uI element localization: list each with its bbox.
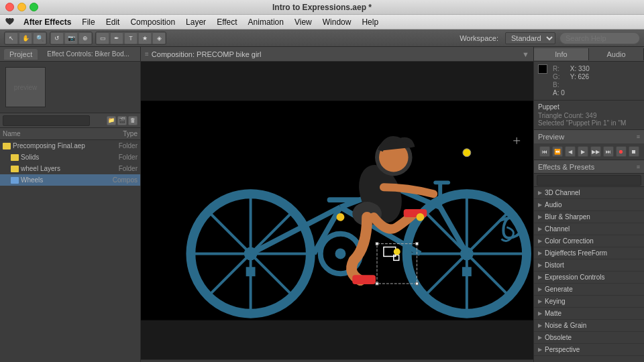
list-item[interactable]: Precomposing Final.aep Folder [0,140,140,152]
effect-category-3d[interactable]: ▶3D Channel [534,187,644,199]
preview-back-button[interactable]: ◀ [565,146,576,157]
new-folder-button[interactable]: 📁 [107,116,116,125]
effects-presets-header: Effects & Presets ≡ [534,160,644,174]
preview-last-button[interactable]: ⏭ [603,146,614,157]
menu-edit[interactable]: Edit [101,16,125,28]
effect-category-matte[interactable]: ▶Matte [534,308,644,320]
effect-category-noise[interactable]: ▶Noise & Grain [534,320,644,332]
tool-mask-rect[interactable]: ▭ [96,32,109,44]
expand-arrow-icon: ▶ [538,286,542,292]
tool-type[interactable]: T [124,32,138,44]
svg-point-37 [394,249,400,255]
item-name: Solids [21,154,104,161]
preview-first-button[interactable]: ⏮ [539,146,550,157]
menu-window[interactable]: Window [318,16,356,28]
tool-zoom[interactable]: 🔍 [33,32,46,44]
project-search-input[interactable] [3,115,90,126]
project-tab[interactable]: Project [4,49,38,60]
folder-icon [3,143,11,149]
tab-info[interactable]: Info [534,48,589,60]
name-column-header: Name [3,130,104,137]
color-swatch [538,64,547,74]
preview-play-button[interactable]: ▶ [578,146,588,157]
effect-category-blur[interactable]: ▶Blur & Sharpen [534,211,644,223]
effects-presets-title: Effects & Presets [538,163,594,171]
composition-canvas [141,62,533,359]
window-controls[interactable] [5,3,38,11]
item-name: Wheels [21,176,104,184]
apple-logo-icon[interactable] [4,17,15,27]
menu-help[interactable]: Help [357,16,383,28]
effect-category-channel[interactable]: ▶Channel [534,223,644,235]
effect-category-perspective[interactable]: ▶Perspective [534,344,644,356]
effect-category-color[interactable]: ▶Color Correction [534,235,644,247]
minimize-button[interactable] [17,3,26,11]
svg-point-25 [335,249,346,259]
tool-null[interactable]: ⊕ [78,32,92,44]
project-items-list: Precomposing Final.aep Folder Solids Fol… [0,140,140,362]
tool-puppet[interactable]: ◈ [152,32,166,44]
item-type: Compos [104,176,138,184]
effect-category-expression[interactable]: ▶Expression Controls [534,272,644,284]
new-comp-button[interactable]: 🎬 [117,116,127,125]
preview-stop-button[interactable]: ⏹ [629,146,639,157]
expand-arrow-icon: ▶ [538,226,542,232]
svg-point-34 [463,149,471,157]
workspace-select[interactable]: Standard [505,32,555,44]
project-table-header: Name Type [0,128,140,140]
app-name-menu[interactable]: After Effects [19,16,76,28]
tool-hand[interactable]: ✋ [19,32,32,44]
list-item[interactable]: Wheels Compos [0,174,140,186]
menu-file[interactable]: File [77,16,99,28]
tab-audio[interactable]: Audio [589,48,644,60]
comp-icon [11,177,19,184]
expand-arrow-icon: ▶ [538,310,542,316]
expand-arrow-icon: ▶ [538,347,542,353]
effect-category-keying[interactable]: ▶Keying [534,296,644,308]
list-item[interactable]: Solids Folder [0,152,140,163]
window-title: Intro to Expressions.aep * [272,3,372,12]
menu-composition[interactable]: Composition [125,16,180,28]
menu-layer[interactable]: Layer [181,16,211,28]
tool-select[interactable]: ↖ [5,32,18,44]
tool-group-select[interactable]: ↖ ✋ 🔍 [4,32,47,45]
expand-arrow-icon: ▶ [538,214,542,220]
effect-category-generate[interactable]: ▶Generate [534,284,644,296]
effect-controls-tab[interactable]: Effect Controls: Biker Bod... [42,49,135,59]
tool-pen[interactable]: ✒ [110,32,123,44]
preview-title: Preview [538,133,564,141]
maximize-button[interactable] [30,3,38,11]
menu-effect[interactable]: Effect [212,16,241,28]
list-item[interactable]: wheel Layers Folder [0,163,140,174]
workspace-label: Workspace: [460,34,498,42]
effect-category-distort[interactable]: ▶Distort [534,259,644,272]
preview-record-button[interactable]: ⏺ [616,146,627,157]
info-y-row: Y: 626 [570,73,590,80]
effect-category-audio[interactable]: ▶Audio [534,199,644,211]
tool-group-mask[interactable]: ▭ ✒ T ★ ◈ [95,32,166,45]
expand-arrow-icon: ▶ [538,250,542,256]
delete-button[interactable]: 🗑 [128,116,138,125]
info-a-row: A: 0 [553,89,565,97]
effects-search-input[interactable] [537,175,641,186]
composition-viewer[interactable] [141,62,533,359]
item-name: Precomposing Final.aep [13,142,104,149]
puppet-triangle-count: Triangle Count: 349 [538,112,640,119]
menubar: After Effects File Edit Composition Laye… [0,15,644,29]
preview-rewind-button[interactable]: ⏪ [552,146,563,157]
svg-rect-41 [376,282,378,285]
a-value: A: 0 [553,89,565,97]
tool-rotate[interactable]: ↺ [50,32,64,44]
effect-category-digi[interactable]: ▶Digieffects FreeForm [534,247,644,259]
menu-view[interactable]: View [290,16,317,28]
tool-shape[interactable]: ★ [138,32,152,44]
expand-arrow-icon: ▶ [538,238,542,244]
preview-forward-button[interactable]: ▶▶ [590,146,601,157]
close-button[interactable] [5,3,14,11]
search-input[interactable] [559,32,640,44]
tool-camera[interactable]: 📷 [64,32,78,44]
tool-group-rotate[interactable]: ↺ 📷 ⊕ [50,32,93,45]
svg-rect-7 [246,267,256,276]
effect-category-obsolete[interactable]: ▶Obsolete [534,332,644,344]
menu-animation[interactable]: Animation [244,16,288,28]
